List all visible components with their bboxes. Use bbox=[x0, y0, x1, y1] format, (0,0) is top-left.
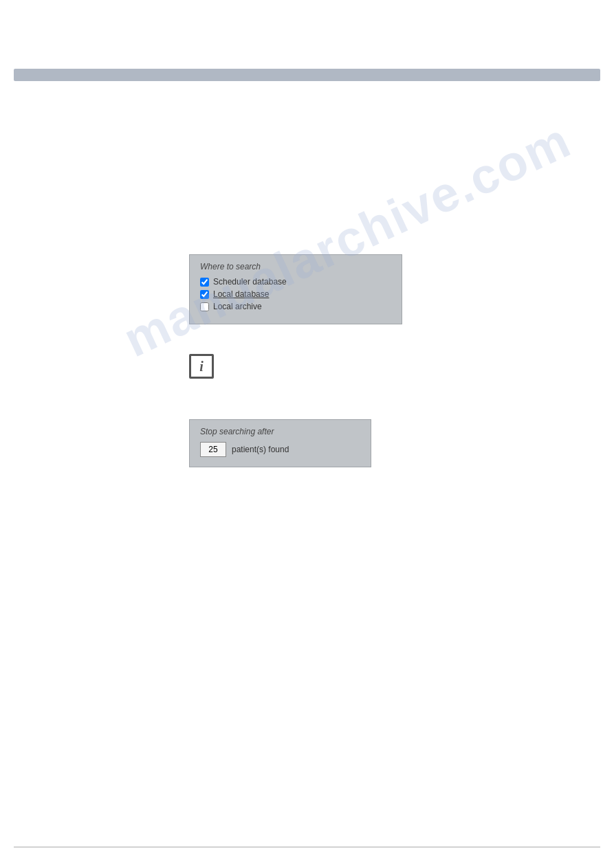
local-archive-row: Local archive bbox=[200, 302, 391, 311]
local-archive-label[interactable]: Local archive bbox=[213, 302, 262, 311]
scheduler-database-row: Scheduler database bbox=[200, 277, 391, 287]
stop-searching-row: patient(s) found bbox=[200, 442, 360, 457]
local-archive-checkbox[interactable] bbox=[200, 302, 209, 311]
where-to-search-title: Where to search bbox=[200, 262, 391, 271]
scheduler-database-checkbox[interactable] bbox=[200, 278, 209, 287]
info-icon-container: i bbox=[189, 354, 217, 381]
patients-count-input[interactable] bbox=[200, 442, 226, 457]
info-icon-symbol: i bbox=[199, 359, 204, 375]
bottom-line bbox=[14, 847, 600, 847]
patients-found-label: patient(s) found bbox=[232, 445, 289, 454]
where-to-search-panel: Where to search Scheduler database Local… bbox=[189, 254, 402, 324]
local-database-label[interactable]: Local database bbox=[213, 289, 269, 299]
stop-searching-title: Stop searching after bbox=[200, 427, 360, 436]
stop-searching-panel: Stop searching after patient(s) found bbox=[189, 419, 371, 467]
scheduler-database-label[interactable]: Scheduler database bbox=[213, 277, 287, 287]
local-database-row: Local database bbox=[200, 289, 391, 299]
local-database-checkbox[interactable] bbox=[200, 290, 209, 299]
info-icon: i bbox=[189, 354, 214, 379]
watermark: manualarchive.com bbox=[115, 101, 602, 368]
top-bar bbox=[14, 69, 600, 81]
